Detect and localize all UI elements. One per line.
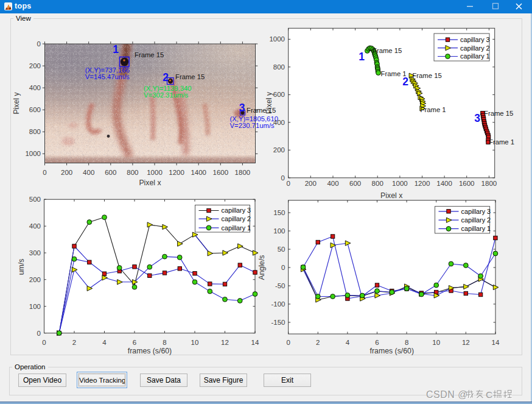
svg-text:Frame 15: Frame 15 xyxy=(373,47,402,54)
svg-text:8: 8 xyxy=(163,339,166,346)
svg-text:frames (s/60): frames (s/60) xyxy=(128,347,172,355)
svg-text:um/s: um/s xyxy=(17,259,26,275)
svg-text:0: 0 xyxy=(37,40,41,48)
svg-text:800: 800 xyxy=(127,169,138,176)
svg-text:300: 300 xyxy=(29,249,41,257)
svg-text:400: 400 xyxy=(83,169,94,176)
svg-text:12: 12 xyxy=(221,339,229,346)
svg-text:Frame 15: Frame 15 xyxy=(412,72,441,79)
svg-text:100: 100 xyxy=(273,227,285,235)
svg-text:1400: 1400 xyxy=(191,169,206,176)
svg-text:200: 200 xyxy=(305,180,317,187)
svg-text:1000: 1000 xyxy=(25,150,41,157)
svg-text:Frame 1: Frame 1 xyxy=(421,106,446,113)
svg-text:2: 2 xyxy=(402,76,408,88)
svg-text:2: 2 xyxy=(316,339,320,346)
svg-text:200: 200 xyxy=(29,276,41,283)
svg-text:8: 8 xyxy=(405,339,408,346)
svg-text:Pixel x: Pixel x xyxy=(380,191,403,200)
svg-text:frames (s/60): frames (s/60) xyxy=(370,347,414,355)
svg-text:0: 0 xyxy=(37,330,41,337)
svg-text:Frame 15: Frame 15 xyxy=(484,110,513,117)
svg-text:1800: 1800 xyxy=(481,180,497,187)
svg-text:6: 6 xyxy=(375,339,379,346)
svg-text:0: 0 xyxy=(43,169,46,176)
svg-text:3: 3 xyxy=(474,112,480,124)
svg-text:0: 0 xyxy=(286,339,290,346)
svg-text:200: 200 xyxy=(29,62,41,69)
svg-text:1800: 1800 xyxy=(235,169,251,176)
svg-text:capillary 1: capillary 1 xyxy=(460,52,490,60)
svg-text:Angle/s: Angle/s xyxy=(257,255,266,280)
svg-text:capillary 3: capillary 3 xyxy=(461,208,491,215)
svg-text:50: 50 xyxy=(278,246,285,253)
svg-text:600: 600 xyxy=(273,91,285,98)
svg-text:600: 600 xyxy=(29,106,41,113)
svg-text:200: 200 xyxy=(61,169,72,176)
svg-text:2: 2 xyxy=(72,339,76,346)
svg-text:capillary 2: capillary 2 xyxy=(461,216,491,224)
svg-text:2: 2 xyxy=(163,71,169,83)
svg-text:capillary 2: capillary 2 xyxy=(222,215,251,222)
svg-text:3: 3 xyxy=(239,102,245,114)
svg-text:4: 4 xyxy=(346,339,350,346)
svg-text:capillary 1: capillary 1 xyxy=(222,224,251,232)
svg-text:1200: 1200 xyxy=(169,169,184,176)
svg-text:400: 400 xyxy=(327,180,338,187)
svg-text:1000: 1000 xyxy=(147,169,163,176)
svg-text:1600: 1600 xyxy=(213,169,229,176)
svg-text:Frame 15: Frame 15 xyxy=(135,51,164,58)
svg-text:800: 800 xyxy=(273,63,285,71)
svg-text:capillary 3: capillary 3 xyxy=(222,207,251,214)
svg-text:600: 600 xyxy=(105,169,116,176)
svg-text:800: 800 xyxy=(29,128,41,135)
svg-text:200: 200 xyxy=(273,146,285,154)
svg-text:Frame 1: Frame 1 xyxy=(381,70,407,77)
svg-text:1200: 1200 xyxy=(415,180,430,187)
svg-text:0: 0 xyxy=(281,174,285,182)
svg-text:10: 10 xyxy=(191,339,199,346)
svg-text:600: 600 xyxy=(349,180,361,187)
svg-text:400: 400 xyxy=(29,222,41,230)
svg-text:1600: 1600 xyxy=(459,180,475,187)
svg-text:C: C xyxy=(486,389,492,400)
svg-text:Pixel y: Pixel y xyxy=(265,91,273,114)
svg-text:400: 400 xyxy=(273,119,285,126)
svg-text:100: 100 xyxy=(29,303,41,310)
svg-text:12: 12 xyxy=(462,339,470,346)
svg-text:4: 4 xyxy=(102,339,107,346)
svg-text:500: 500 xyxy=(29,196,41,203)
svg-text:1000: 1000 xyxy=(392,180,408,187)
svg-text:Frame 15: Frame 15 xyxy=(175,73,205,80)
svg-text:1: 1 xyxy=(359,51,365,63)
svg-text:-150: -150 xyxy=(271,319,285,326)
svg-text:14: 14 xyxy=(492,339,500,346)
svg-text:-50: -50 xyxy=(275,282,285,289)
svg-text:1000: 1000 xyxy=(269,35,285,43)
svg-text:0: 0 xyxy=(281,264,285,271)
svg-text:CSDN @: CSDN @ xyxy=(426,389,468,400)
svg-text:V=230.71um/s: V=230.71um/s xyxy=(230,122,275,129)
svg-text:capillary 3: capillary 3 xyxy=(460,36,490,43)
svg-text:400: 400 xyxy=(29,84,41,91)
svg-text:V=145.47um/s: V=145.47um/s xyxy=(85,73,130,80)
svg-text:V=302.31um/s: V=302.31um/s xyxy=(144,91,189,99)
svg-text:800: 800 xyxy=(372,180,383,187)
svg-text:Pixel x: Pixel x xyxy=(139,179,161,187)
svg-text:1: 1 xyxy=(113,43,119,55)
svg-text:capillary 1: capillary 1 xyxy=(461,225,491,232)
svg-text:1400: 1400 xyxy=(436,180,452,187)
svg-text:14: 14 xyxy=(251,339,259,346)
svg-text:10: 10 xyxy=(432,339,440,346)
svg-text:150: 150 xyxy=(273,209,285,216)
svg-text:0: 0 xyxy=(286,180,290,187)
svg-text:6: 6 xyxy=(133,339,136,346)
svg-text:Frame 1: Frame 1 xyxy=(489,138,514,146)
svg-text:0: 0 xyxy=(42,339,46,346)
svg-text:-100: -100 xyxy=(271,300,285,308)
svg-text:Pixel y: Pixel y xyxy=(12,92,21,115)
svg-text:capillary 2: capillary 2 xyxy=(460,44,490,52)
